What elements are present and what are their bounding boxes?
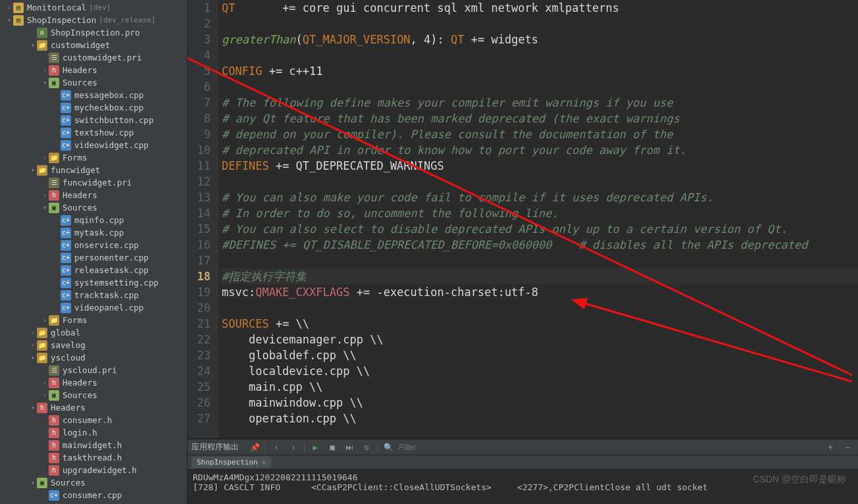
tree-item[interactable]: c+mytask.cpp	[0, 226, 187, 239]
chevron-icon[interactable]: ›	[41, 154, 49, 161]
chevron-icon[interactable]: ›	[41, 316, 49, 324]
code-line[interactable]: # deprecated API in order to know how to…	[222, 142, 858, 158]
code-line[interactable]: # In order to do so, uncomment the follo…	[222, 205, 858, 221]
code-line[interactable]	[222, 174, 858, 189]
tree-item[interactable]: c+switchbutton.cpp	[0, 114, 187, 126]
close-icon[interactable]: ✕	[262, 458, 266, 466]
code-lines[interactable]: QT += core gui concurrent sql xml networ…	[218, 0, 858, 438]
code-line[interactable]: #指定执行字符集	[222, 268, 858, 284]
tree-item[interactable]: hlogin.h	[0, 426, 187, 439]
tree-item[interactable]: ▾▣Sources	[0, 476, 187, 489]
code-line[interactable]: main.cpp \\	[222, 379, 858, 395]
code-line[interactable]	[222, 16, 858, 32]
tree-item[interactable]: c+consumer.cpp	[0, 489, 187, 501]
code-line[interactable]: msvc:QMAKE_CXXFLAGS += -execution-charse…	[222, 284, 858, 300]
project-tree[interactable]: ›▤MonitorLocal[dev]▾▤ShopInspection[dev_…	[0, 0, 188, 504]
tree-item[interactable]: c+mycheckbox.cpp	[0, 101, 187, 114]
code-line[interactable]: # The following define makes your compil…	[222, 95, 858, 111]
code-line[interactable]: # any Qt feature that has been marked de…	[222, 111, 858, 126]
chevron-icon[interactable]: ▾	[29, 41, 37, 49]
tree-item[interactable]: ▾📁customwidget	[0, 39, 187, 51]
tree-item[interactable]: c+mqinfo.cpp	[0, 214, 187, 226]
tree-item[interactable]: hconsumer.h	[0, 414, 187, 426]
chevron-icon[interactable]: ▾	[29, 166, 37, 174]
tree-item[interactable]: ›hHeaders	[0, 189, 187, 201]
code-line[interactable]: globaldef.cpp \\	[222, 347, 858, 363]
chevron-icon[interactable]: ›	[41, 191, 49, 199]
tree-item[interactable]: ☰yscloud.pri	[0, 364, 187, 376]
chevron-icon[interactable]: ›	[41, 66, 49, 74]
code-line[interactable]	[222, 79, 858, 95]
chevron-icon[interactable]: ›	[29, 329, 37, 336]
code-line[interactable]: # You can also make your code fail to co…	[222, 189, 858, 205]
output-tab-shopinspection[interactable]: ShopInspection ✕	[191, 457, 271, 468]
tree-item[interactable]: ☰funcwidget.pri	[0, 176, 187, 189]
code-line[interactable]: greaterThan(QT_MAJOR_VERSION, 4): QT += …	[222, 32, 858, 47]
code-line[interactable]: CONFIG += c++11	[222, 63, 858, 79]
tree-item[interactable]: ›▣Sources	[0, 389, 187, 401]
tree-item[interactable]: ▾▣Sources	[0, 201, 187, 214]
search-icon[interactable]: 🔍	[382, 441, 395, 453]
nav-forward-button[interactable]: ›	[287, 441, 300, 453]
code-line[interactable]	[222, 253, 858, 268]
code-line[interactable]: SOURCES += \\	[222, 316, 858, 332]
tree-item[interactable]: ›📁savelog	[0, 339, 187, 351]
code-line[interactable]: devicemanager.cpp \\	[222, 332, 858, 347]
code-line[interactable]: QT += core gui concurrent sql xml networ…	[222, 0, 858, 16]
tree-item[interactable]: ›📁Forms	[0, 151, 187, 164]
chevron-icon[interactable]: ›	[29, 341, 37, 349]
code-line[interactable]: #DEFINES += QT_DISABLE_DEPRECATED_BEFORE…	[222, 237, 858, 253]
output-pin-button[interactable]: 📌	[248, 441, 261, 453]
tree-item[interactable]: c+personenter.cpp	[0, 251, 187, 264]
chevron-icon[interactable]: ›	[41, 391, 49, 399]
add-button[interactable]: +	[824, 441, 837, 453]
tree-item[interactable]: ▾📁yscloud	[0, 351, 187, 364]
chevron-icon[interactable]: ▾	[29, 479, 37, 486]
chevron-icon[interactable]: ▾	[41, 79, 49, 86]
stop-button[interactable]: ■	[326, 441, 339, 453]
tree-item[interactable]: c+textshow.cpp	[0, 126, 187, 139]
code-line[interactable]: localdevice.cpp \\	[222, 363, 858, 379]
code-line[interactable]: operation.cpp \\	[222, 411, 858, 426]
tree-item[interactable]: hmainwidget.h	[0, 439, 187, 451]
tree-item[interactable]: c+releasetask.cpp	[0, 264, 187, 276]
step-button[interactable]: ⏭	[343, 441, 356, 453]
tree-item[interactable]: ▾📁funcwidget	[0, 164, 187, 176]
tree-item[interactable]: htaskthread.h	[0, 451, 187, 464]
code-line[interactable]: mainwindow.cpp \\	[222, 395, 858, 411]
project-root-monitorlocal[interactable]: ›▤MonitorLocal[dev]	[0, 1, 187, 14]
tree-item[interactable]: c+videopanel.cpp	[0, 301, 187, 314]
tree-item[interactable]: c+systemsetting.cpp	[0, 276, 187, 289]
tree-item[interactable]: c+tracktask.cpp	[0, 289, 187, 301]
tree-item[interactable]: c+videowidget.cpp	[0, 139, 187, 151]
tree-item[interactable]: c+onservice.cpp	[0, 239, 187, 251]
tree-item[interactable]: ›📁Forms	[0, 314, 187, 326]
tree-item[interactable]: ▾▣Sources	[0, 76, 187, 89]
chevron-icon[interactable]: ›	[41, 379, 49, 386]
chevron-icon[interactable]: ▾	[29, 404, 37, 411]
run-button[interactable]: ▶	[309, 441, 322, 453]
code-line[interactable]: DEFINES += QT_DEPRECATED_WARNINGS	[222, 158, 858, 174]
tree-item[interactable]: ⚙ShopInspection.pro	[0, 26, 187, 39]
minimize-button[interactable]: —	[841, 441, 854, 453]
tree-item[interactable]: hupgradewidget.h	[0, 464, 187, 476]
code-editor[interactable]: 1234567891011121314151617181920212223242…	[188, 0, 858, 438]
tree-item[interactable]: ›hHeaders	[0, 64, 187, 76]
tree-item[interactable]: c+messagebox.cpp	[0, 89, 187, 101]
code-line[interactable]: # depend on your compiler). Please consu…	[222, 126, 858, 142]
code-line[interactable]	[222, 300, 858, 316]
filter-input[interactable]	[399, 443, 478, 452]
chevron-icon[interactable]: ▾	[29, 354, 37, 361]
chevron-icon[interactable]: ▾	[41, 204, 49, 211]
chevron-icon[interactable]: ▾	[5, 16, 13, 24]
chevron-icon[interactable]: ›	[5, 4, 13, 11]
tree-item[interactable]: ☰customwidget.pri	[0, 51, 187, 64]
code-line[interactable]: # You can also select to disable depreca…	[222, 221, 858, 237]
nav-back-button[interactable]: ‹	[270, 441, 283, 453]
tree-item[interactable]: ▾hHeaders	[0, 401, 187, 414]
tree-item[interactable]: ›hHeaders	[0, 376, 187, 389]
tree-item[interactable]: ›📁global	[0, 326, 187, 339]
attach-button[interactable]: ⎋	[360, 441, 373, 453]
project-root-shopinspection[interactable]: ▾▤ShopInspection[dev_release]	[0, 14, 187, 26]
code-line[interactable]	[222, 47, 858, 63]
